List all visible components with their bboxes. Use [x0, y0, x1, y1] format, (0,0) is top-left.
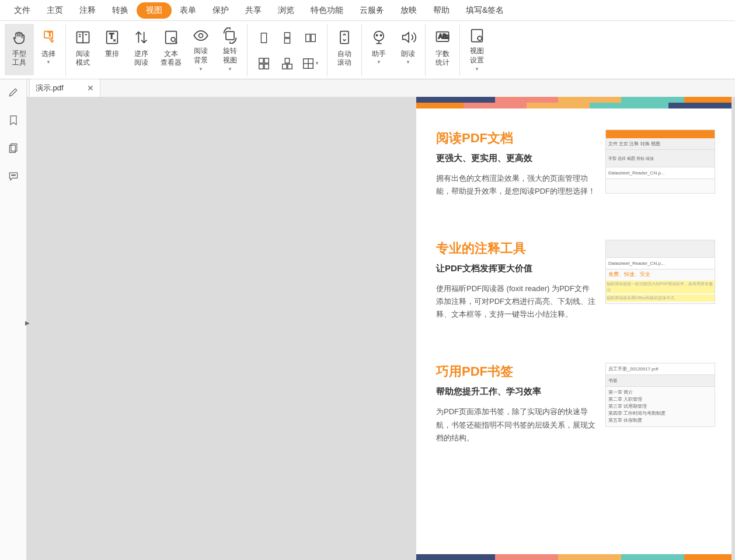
menu-file[interactable]: 文件: [6, 2, 39, 19]
menu-help[interactable]: 帮助: [425, 2, 458, 19]
chevron-down-icon: ▼: [198, 66, 203, 72]
word-count-icon: AB12: [433, 27, 452, 47]
svg-rect-12: [226, 32, 234, 40]
svg-rect-15: [284, 38, 290, 43]
doc-tab[interactable]: 演示.pdf ✕: [29, 79, 100, 97]
svg-rect-22: [285, 58, 289, 62]
ribbon-toolbar: 手型 工具 T 选择 ▼ 阅读 模式 T 重排 逆序 阅读 文本 查看器 阅读 …: [0, 21, 735, 79]
feature-desc: 使用福昕PDF阅读器 (foxit reader) 为PDF文件添加注释，可对P…: [436, 282, 596, 321]
text-view-icon: [161, 27, 181, 47]
svg-rect-18: [259, 58, 263, 62]
page-facing-button[interactable]: [299, 26, 322, 50]
auto-scroll-button[interactable]: 自动 滚动: [330, 24, 359, 75]
read-aloud-button[interactable]: 朗读 ▼: [393, 24, 423, 75]
page-cover-button[interactable]: [276, 52, 299, 75]
text-viewer-button[interactable]: 文本 查看器: [156, 24, 186, 75]
svg-rect-16: [306, 34, 310, 41]
eye-icon: [191, 27, 211, 45]
pages-icon[interactable]: [6, 141, 20, 155]
svg-point-39: [11, 175, 12, 176]
menu-convert[interactable]: 转换: [104, 2, 137, 19]
svg-rect-17: [311, 34, 315, 41]
chevron-down-icon: ▼: [46, 60, 51, 65]
page-continuous-button[interactable]: [276, 26, 299, 50]
sidebar-expand-handle[interactable]: ▶: [25, 320, 30, 326]
reflow-button[interactable]: T 重排: [97, 24, 127, 75]
svg-text:12: 12: [444, 34, 450, 40]
svg-rect-28: [340, 31, 349, 43]
menu-share[interactable]: 共享: [237, 2, 270, 19]
menu-home[interactable]: 主页: [39, 2, 71, 19]
document-tabs: 演示.pdf ✕: [27, 79, 735, 97]
feature-title: 专业的注释工具: [436, 240, 596, 257]
pencil-icon[interactable]: [6, 85, 20, 99]
pdf-page: 阅读PDF文档 更强大、更实用、更高效 拥有出色的文档渲染效果，强大的页面管理功…: [416, 97, 731, 560]
chevron-down-icon: ▼: [475, 66, 479, 72]
nav-sidebar: ▶: [0, 79, 27, 560]
word-count-button[interactable]: AB12 字数 统计: [428, 24, 457, 75]
feature-preview: Datasheet_Reader_CN.p... 免费、快速、安全 福昕阅读器是…: [605, 240, 715, 304]
read-mode-button[interactable]: 阅读 模式: [68, 24, 97, 75]
assistant-button[interactable]: 助手 ▼: [364, 24, 393, 75]
svg-point-36: [478, 37, 482, 41]
assistant-icon: [369, 27, 389, 47]
svg-point-30: [376, 34, 377, 36]
cursor-icon: T: [39, 27, 58, 47]
page-viewport[interactable]: 阅读PDF文档 更强大、更实用、更高效 拥有出色的文档渲染效果，强大的页面管理功…: [27, 97, 735, 560]
speaker-icon: [398, 27, 418, 47]
svg-rect-14: [284, 32, 290, 37]
menu-cloud[interactable]: 云服务: [351, 2, 392, 19]
menu-browse[interactable]: 浏览: [270, 2, 302, 19]
page-split-button[interactable]: ▼: [299, 52, 322, 75]
bookmark-icon[interactable]: [6, 113, 20, 127]
menu-fillsign[interactable]: 填写&签名: [458, 2, 512, 19]
svg-rect-19: [264, 58, 269, 62]
svg-point-40: [13, 175, 14, 176]
comment-icon[interactable]: [6, 169, 20, 183]
svg-rect-20: [259, 64, 263, 68]
menubar: 文件 主页 注释 转换 视图 表单 保护 共享 浏览 特色功能 云服务 放映 帮…: [0, 0, 735, 21]
svg-point-31: [380, 34, 381, 36]
settings-icon: [467, 27, 487, 45]
reverse-icon: [131, 27, 151, 47]
svg-point-41: [14, 175, 15, 176]
page-single-button[interactable]: [252, 26, 276, 50]
feature-title: 阅读PDF文档: [436, 130, 596, 147]
feature-subtitle: 更强大、更实用、更高效: [436, 153, 596, 164]
hand-tool-button[interactable]: 手型 工具: [5, 24, 34, 75]
reverse-read-button[interactable]: 逆序 阅读: [127, 24, 156, 75]
select-tool-button[interactable]: T 选择 ▼: [34, 24, 63, 75]
read-bg-button[interactable]: 阅读 背景 ▼: [186, 24, 215, 75]
svg-point-29: [374, 31, 384, 40]
menu-protect[interactable]: 保护: [204, 2, 237, 19]
menu-slideshow[interactable]: 放映: [392, 2, 425, 19]
menu-form[interactable]: 表单: [172, 2, 204, 19]
rotate-view-button[interactable]: 旋转 视图 ▼: [215, 24, 245, 75]
svg-rect-23: [283, 64, 287, 68]
svg-point-9: [171, 37, 175, 41]
svg-rect-21: [264, 64, 269, 68]
chevron-down-icon: ▼: [406, 60, 410, 65]
menu-comment[interactable]: 注释: [71, 2, 104, 19]
scroll-icon: [335, 27, 354, 47]
svg-rect-8: [166, 31, 177, 43]
menu-view[interactable]: 视图: [137, 2, 172, 19]
feature-desc: 为PDF页面添加书签，除了实现内容的快速导航，书签还能指明不同书签的层级关系，展…: [436, 405, 596, 444]
feature-subtitle: 帮助您提升工作、学习效率: [436, 386, 596, 397]
chevron-down-icon: ▼: [377, 60, 381, 65]
rotate-icon: [220, 27, 240, 45]
view-settings-button[interactable]: 视图 设置 ▼: [462, 24, 492, 75]
menu-features[interactable]: 特色功能: [302, 2, 351, 19]
close-icon[interactable]: ✕: [87, 83, 94, 93]
feature-preview: 员工手册_20120917.pdf 书签 第一章 简介 第二章 入职管理 第三章…: [605, 363, 715, 427]
hand-icon: [9, 27, 29, 47]
reflow-icon: T: [102, 27, 122, 47]
svg-rect-24: [288, 64, 292, 68]
feature-subtitle: 让PDF文档发挥更大价值: [436, 263, 596, 274]
svg-text:T: T: [109, 32, 114, 40]
chevron-down-icon: ▼: [228, 66, 232, 72]
svg-text:T: T: [48, 29, 52, 37]
page-facing-cont-button[interactable]: [252, 52, 276, 75]
feature-desc: 拥有出色的文档渲染效果，强大的页面管理功能，帮助提升效率，是您阅读PDF的理想选…: [436, 172, 596, 198]
feature-preview: 文件 主页 注释 转换 视图 手型 选择 截图 剪贴 缩放 Datasheet_…: [605, 130, 715, 194]
